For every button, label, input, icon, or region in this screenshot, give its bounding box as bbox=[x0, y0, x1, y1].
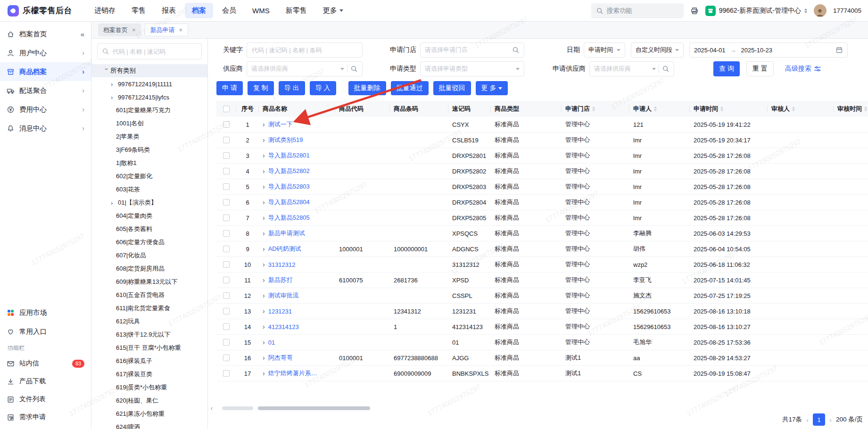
sidebar-item-request[interactable]: 需求申请 bbox=[0, 408, 91, 426]
expand-row-icon[interactable]: › bbox=[263, 168, 265, 174]
sidebar-item-message-center[interactable]: 消息中心 › bbox=[0, 119, 91, 138]
search-icon[interactable] bbox=[350, 65, 358, 73]
expand-row-icon[interactable]: › bbox=[263, 355, 265, 361]
product-name-link[interactable]: 新品苏打 bbox=[268, 276, 293, 284]
row-checkbox[interactable] bbox=[223, 246, 230, 252]
close-icon[interactable]: × bbox=[132, 27, 136, 33]
tree-item[interactable]: › › 608|定货厨房用品 bbox=[91, 262, 207, 275]
product-name-link[interactable]: 测试审批流 bbox=[268, 291, 299, 300]
apply-store-select[interactable]: 请选择申请门店 bbox=[420, 42, 524, 58]
apply-button[interactable]: 申 请 bbox=[216, 81, 243, 95]
tree-item[interactable]: › › 601|定量糖果巧克力 bbox=[91, 104, 207, 117]
app-logo[interactable]: 乐檬零售后台 bbox=[8, 5, 72, 16]
row-checkbox[interactable] bbox=[223, 323, 230, 330]
expand-row-icon[interactable]: › bbox=[263, 370, 265, 377]
nav-item-retail[interactable]: 零售 bbox=[124, 3, 153, 18]
tree-item[interactable]: › › 624|啤酒 bbox=[91, 421, 207, 429]
expand-row-icon[interactable]: › bbox=[263, 214, 265, 221]
product-name-link[interactable]: 测试一下 bbox=[268, 120, 293, 129]
printer-icon[interactable] bbox=[690, 7, 699, 15]
tab-new-product-request[interactable]: 新品申请 × bbox=[145, 24, 189, 36]
row-checkbox[interactable] bbox=[223, 121, 230, 128]
tree-item[interactable]: › › 610|五金百货电器 bbox=[91, 289, 207, 302]
collapse-sidebar-icon[interactable]: « bbox=[81, 30, 84, 38]
tree-item[interactable]: › › 613|饼干12.9元以下 bbox=[91, 328, 207, 341]
search-icon[interactable] bbox=[512, 46, 520, 54]
date-range-picker[interactable]: 2025-04-01 → 2025-10-23 bbox=[689, 42, 848, 58]
page-size-select[interactable]: 200 条/页 bbox=[836, 415, 862, 424]
expand-row-icon[interactable]: › bbox=[263, 292, 265, 299]
chevron-down-icon[interactable]: › bbox=[104, 68, 110, 75]
avatar[interactable] bbox=[814, 4, 827, 17]
expand-row-icon[interactable]: › bbox=[263, 137, 265, 143]
batch-reject-button[interactable]: 批量驳回 bbox=[433, 81, 471, 95]
current-page-button[interactable]: 1 bbox=[813, 413, 825, 426]
nav-item-inventory[interactable]: 进销存 bbox=[87, 3, 123, 18]
row-checkbox[interactable] bbox=[223, 355, 230, 361]
tab-archive-home[interactable]: 档案首页 × bbox=[98, 24, 141, 36]
global-search-input[interactable]: 搜索功能 bbox=[591, 3, 684, 18]
tree-item[interactable]: › › 604|定量肉类 bbox=[91, 209, 207, 223]
expand-row-icon[interactable]: › bbox=[263, 323, 265, 330]
row-checkbox[interactable] bbox=[223, 261, 230, 268]
supplier-select[interactable]: 请选择供应商 bbox=[247, 61, 363, 76]
product-name-link[interactable]: 31312312 bbox=[268, 261, 296, 268]
nav-item-new-retail[interactable]: 新零售 bbox=[279, 3, 314, 18]
row-checkbox[interactable] bbox=[223, 183, 230, 190]
tree-item[interactable]: › › 621|果冻小包称重 bbox=[91, 407, 207, 421]
expand-row-icon[interactable]: › bbox=[263, 261, 265, 268]
expand-row-icon[interactable]: › bbox=[263, 277, 265, 283]
tree-item[interactable]: › › 605|各类酱料 bbox=[91, 223, 207, 236]
sidebar-item-delivery[interactable]: 配送聚合 › bbox=[0, 81, 91, 100]
row-checkbox[interactable] bbox=[223, 214, 230, 221]
horizontal-scrollbar[interactable]: ‹ bbox=[211, 405, 863, 411]
search-button[interactable]: 查 询 bbox=[713, 61, 740, 76]
store-switcher[interactable]: 99662-新界面测试-管理中心 bbox=[705, 6, 807, 16]
sort-icon[interactable] bbox=[720, 107, 723, 111]
chevron-right-icon[interactable]: › bbox=[111, 200, 118, 206]
expand-row-icon[interactable]: › bbox=[263, 308, 265, 314]
tree-item[interactable]: › › 99767122419|11111 bbox=[91, 77, 207, 91]
nav-item-more[interactable]: 更多 bbox=[316, 3, 350, 18]
row-checkbox[interactable] bbox=[223, 230, 230, 237]
product-name-link[interactable]: 新品申请测试 bbox=[268, 229, 305, 238]
tree-item[interactable]: › › 01|【演示类】 bbox=[91, 196, 207, 209]
sidebar-item-file-list[interactable]: 文件列表 bbox=[0, 390, 91, 408]
sidebar-item-favorites[interactable]: 常用入口 bbox=[0, 322, 91, 341]
tree-search-input[interactable] bbox=[113, 48, 197, 55]
row-checkbox[interactable] bbox=[223, 339, 230, 346]
tree-item[interactable]: › › 所有类别 bbox=[91, 64, 207, 77]
prev-page-button[interactable]: ‹ bbox=[806, 416, 809, 423]
next-page-button[interactable]: › bbox=[829, 416, 832, 423]
tree-item[interactable]: › › 99767122415|lyfcs bbox=[91, 91, 207, 104]
chevron-right-icon[interactable]: › bbox=[111, 94, 118, 100]
row-checkbox[interactable] bbox=[223, 370, 230, 377]
batch-approve-button[interactable]: 批量通过 bbox=[391, 81, 429, 95]
scrollbar-thumb[interactable] bbox=[222, 406, 253, 410]
tree-item[interactable]: › › 606|定量方便食品 bbox=[91, 236, 207, 249]
product-name-link[interactable]: 导入新品52805 bbox=[268, 214, 310, 222]
scroll-left-icon[interactable]: ‹ bbox=[211, 405, 213, 411]
advanced-search-link[interactable]: 高级搜索 bbox=[785, 65, 821, 73]
date-mode-select[interactable]: 自定义时间段 bbox=[631, 42, 684, 58]
nav-item-reports[interactable]: 报表 bbox=[155, 3, 183, 18]
copy-button[interactable]: 复 制 bbox=[248, 81, 274, 95]
sort-icon[interactable] bbox=[654, 107, 657, 111]
expand-row-icon[interactable]: › bbox=[263, 339, 265, 346]
tree-item[interactable]: › › 1001|名创 bbox=[91, 117, 207, 130]
apply-supplier-select[interactable]: 请选择供应商 bbox=[589, 61, 674, 76]
sort-icon[interactable] bbox=[592, 107, 595, 111]
chevron-right-icon[interactable]: › bbox=[111, 81, 118, 87]
row-checkbox[interactable] bbox=[223, 292, 230, 299]
tree-item[interactable]: › › 616|裸装瓜子 bbox=[91, 355, 207, 368]
product-name-link[interactable]: 导入新品52801 bbox=[268, 151, 310, 160]
tree-item[interactable]: › › 615|豆干 豆腐*小包称重 bbox=[91, 341, 207, 355]
row-checkbox[interactable] bbox=[223, 152, 230, 159]
expand-row-icon[interactable]: › bbox=[263, 246, 265, 252]
select-all-checkbox[interactable] bbox=[223, 106, 230, 112]
product-name-link[interactable]: 焙宁焙烤薯片系… bbox=[268, 369, 317, 378]
expand-row-icon[interactable]: › bbox=[263, 230, 265, 237]
expand-row-icon[interactable]: › bbox=[263, 121, 265, 128]
expand-row-icon[interactable]: › bbox=[263, 199, 265, 206]
scrollbar-thumb[interactable] bbox=[258, 406, 370, 410]
